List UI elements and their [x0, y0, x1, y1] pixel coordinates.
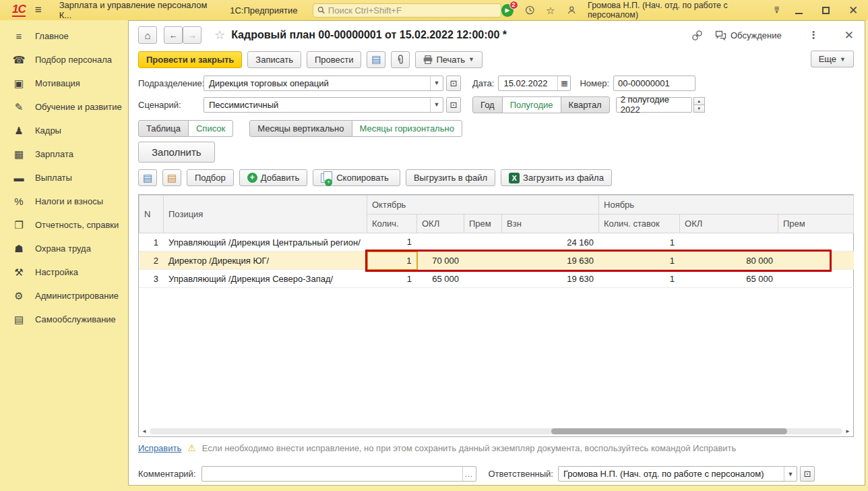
cell-oct-prem[interactable] [464, 270, 502, 288]
sidebar-item-motivation[interactable]: ▣Мотивация [0, 71, 128, 95]
document-structure-button[interactable]: ▤ [367, 51, 385, 68]
sidebar-item-hr[interactable]: ♟Кадры [0, 119, 128, 142]
scroll-right-icon[interactable]: ► [845, 428, 850, 434]
sidebar-item-salary[interactable]: ▦Зарплата [0, 142, 128, 166]
cell-oct-prem[interactable] [464, 252, 502, 270]
sidebar-item-settings[interactable]: ⚒Настройка [0, 260, 128, 284]
sidebar-item-training[interactable]: ✎Обучение и развитие [0, 95, 128, 119]
chevron-down-icon[interactable]: ▼ [430, 76, 443, 90]
cell-nov-qty[interactable]: 1 [599, 270, 680, 288]
view-table-tab[interactable]: Таблица [138, 120, 189, 137]
search-input[interactable] [328, 5, 497, 16]
attachments-button[interactable] [391, 51, 410, 68]
pick-button[interactable]: Подбор [187, 169, 234, 186]
cell-nov-prem[interactable] [778, 233, 854, 252]
copy-row-button[interactable]: Скопировать [313, 169, 400, 186]
chevron-down-icon[interactable]: ▼ [430, 98, 443, 112]
period-spinner[interactable]: ▲▼ [693, 97, 705, 113]
cell-oct-okl[interactable]: 70 000 [417, 252, 464, 270]
sidebar-item-taxes[interactable]: %Налоги и взносы [0, 190, 128, 213]
date-field[interactable]: 15.02.2022 ▦ [498, 76, 571, 91]
cell-position[interactable]: Управляющий /Дирекция Центральный регион… [164, 233, 367, 252]
period-year-button[interactable]: Год [472, 96, 503, 113]
cell-position[interactable]: Управляющий /Дирекция Северо-Запад/ [164, 270, 367, 288]
table-row[interactable]: 3 Управляющий /Дирекция Северо-Запад/ 1 … [140, 270, 854, 288]
view-list-tab[interactable]: Список [188, 120, 233, 137]
history-icon[interactable] [525, 5, 535, 16]
cell-n[interactable]: 2 [140, 252, 164, 270]
table-settings-button[interactable]: ▤ [138, 169, 157, 186]
fix-document-link[interactable]: Исправить [138, 443, 181, 453]
scenario-open-button[interactable]: ⊡ [446, 97, 461, 113]
cell-nov-prem[interactable] [778, 252, 854, 270]
chevron-down-icon[interactable]: ▼ [784, 467, 797, 481]
global-search[interactable] [313, 3, 502, 18]
responsible-open-button[interactable]: ⊡ [800, 466, 815, 482]
department-combo[interactable]: Дирекция торговых операций ▼ [204, 76, 443, 91]
fill-button[interactable]: Заполнить [138, 142, 215, 163]
cell-oct-okl[interactable] [417, 233, 464, 252]
cell-nov-okl[interactable] [680, 233, 778, 252]
sidebar-item-main[interactable]: ≡Главное [0, 24, 128, 48]
notifications-button[interactable]: ▶ 2 [501, 4, 513, 17]
save-button[interactable]: Записать [247, 51, 301, 68]
sidebar-item-self-service[interactable]: ▤Самообслуживание [0, 308, 128, 331]
sidebar-item-labor-safety[interactable]: ☗Охрана труда [0, 237, 128, 260]
cell-nov-okl[interactable]: 80 000 [680, 252, 778, 270]
responsible-combo[interactable]: Громова Н.П. (Нач. отд. по работе с перс… [558, 466, 797, 482]
comment-more-button[interactable]: ... [462, 467, 476, 481]
sidebar-item-payments[interactable]: ▬Выплаты [0, 166, 128, 190]
current-user-name[interactable]: Громова Н.П. (Нач. отд. по работе с перс… [588, 1, 763, 20]
scrollbar-thumb[interactable] [551, 428, 787, 434]
export-to-file-button[interactable]: Выгрузить в файл [406, 169, 495, 186]
table-row-selected[interactable]: 2 Директор /Дирекция ЮГ/ 1 70 000 19 630… [140, 252, 854, 270]
cell-oct-vzn[interactable]: 24 160 [502, 233, 599, 252]
cell-nov-qty[interactable]: 1 [599, 233, 680, 252]
cell-oct-qty[interactable]: 1 [367, 233, 417, 252]
sidebar-item-administration[interactable]: ⚙Администрирование [0, 284, 128, 308]
cell-n[interactable]: 3 [140, 270, 164, 288]
cell-nov-prem[interactable] [778, 270, 854, 288]
period-quarter-button[interactable]: Квартал [561, 96, 610, 113]
months-vertical-tab[interactable]: Месяцы вертикально [249, 120, 352, 137]
load-positions-button[interactable]: ▤ [162, 169, 181, 186]
table-row[interactable]: 1 Управляющий /Дирекция Центральный реги… [140, 233, 854, 252]
cell-oct-prem[interactable] [464, 233, 502, 252]
cell-oct-qty-selected[interactable]: 1 [367, 252, 417, 270]
period-halfyear-button[interactable]: Полугодие [502, 96, 561, 113]
months-horizontal-tab[interactable]: Месяцы горизонтально [352, 120, 462, 137]
cell-oct-vzn[interactable]: 19 630 [502, 252, 599, 270]
scenario-combo[interactable]: Пессимистичный ▼ [204, 97, 443, 113]
window-minimize-button[interactable] [790, 1, 807, 19]
forward-button[interactable]: → [183, 26, 202, 44]
window-maximize-button[interactable] [818, 1, 834, 19]
calendar-icon[interactable]: ▦ [557, 76, 570, 90]
main-menu-icon[interactable]: ≡ [35, 3, 42, 17]
cell-n[interactable]: 1 [140, 233, 164, 252]
favorites-star-icon[interactable]: ☆ [546, 5, 555, 16]
cell-oct-okl[interactable]: 65 000 [417, 270, 464, 288]
sidebar-item-reports[interactable]: ❐Отчетность, справки [0, 213, 128, 237]
post-button[interactable]: Провести [307, 51, 362, 68]
close-form-icon[interactable]: ✕ [844, 28, 854, 42]
add-row-button[interactable]: +Добавить [239, 169, 307, 186]
cell-oct-vzn[interactable]: 19 630 [502, 270, 599, 288]
cell-nov-okl[interactable]: 65 000 [680, 270, 778, 288]
number-field[interactable]: 00-00000001 [613, 76, 695, 91]
home-button[interactable]: ⌂ [138, 26, 157, 44]
window-close-button[interactable]: ✕ [845, 1, 861, 19]
cell-oct-qty[interactable]: 1 [367, 270, 417, 288]
scroll-left-icon[interactable]: ◄ [142, 428, 147, 434]
post-and-close-button[interactable]: Провести и закрыть [138, 51, 242, 68]
horizontal-scrollbar[interactable] [150, 428, 842, 434]
user-icon[interactable] [567, 5, 577, 16]
discussion-button[interactable]: Обсуждение [715, 30, 782, 40]
print-button[interactable]: Печать ▼ [415, 51, 483, 68]
sidebar-item-recruitment[interactable]: ☎Подбор персонала [0, 48, 128, 71]
department-open-button[interactable]: ⊡ [446, 76, 461, 91]
cell-position[interactable]: Директор /Дирекция ЮГ/ [164, 252, 367, 270]
more-actions-button[interactable]: Еще ▼ [811, 51, 854, 67]
back-button[interactable]: ← [164, 26, 183, 44]
get-link-icon[interactable] [691, 30, 703, 41]
comment-field[interactable]: ... [202, 466, 476, 482]
